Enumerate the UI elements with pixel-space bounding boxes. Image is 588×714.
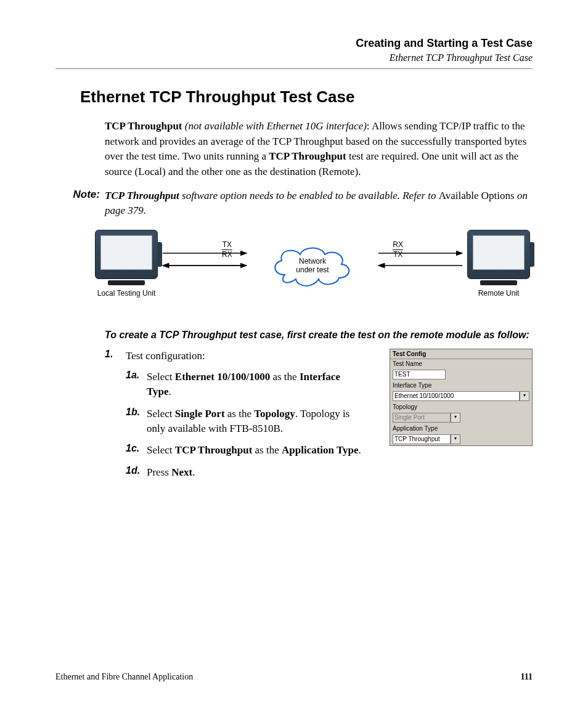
s1a-mid: as the [270,371,300,383]
application-type-select[interactable]: TCP Throughput [393,434,451,444]
step-1-num: 1. [105,349,126,363]
s1c-mid: as the [252,444,282,456]
s1b-b2: Topology [254,408,295,420]
step-1a-num: 1a. [126,370,147,399]
interface-type-label: Interface Type [390,381,532,390]
s1c-pre: Select [147,444,175,456]
footer-page-number: 111 [521,672,533,682]
rx-label-left: RX [222,251,232,259]
application-type-label: Application Type [390,424,532,433]
test-name-input[interactable]: TEST [393,370,446,379]
footer-doc-title: Ethernet and Fibre Channel Application [55,672,193,682]
s1c-b1: TCP Throughput [175,444,253,456]
cloud-line2: under test [296,266,329,274]
application-type-dropdown-icon[interactable]: ▾ [451,434,460,444]
s1b-pre: Select [147,408,175,420]
cloud-line1: Network [296,256,329,265]
interface-type-dropdown-icon[interactable]: ▾ [520,391,529,401]
step-1: 1. Test configuration: [105,349,377,363]
step-1c: 1c. Select TCP Throughput as the Applica… [126,443,377,458]
s1b-mid: as the [225,408,255,420]
step-1d-num: 1d. [126,465,147,480]
cloud-icon: Network under test [266,241,359,290]
link-left [161,246,248,273]
chapter-title: Creating and Starting a Test Case [55,37,533,50]
intro-paragraph: TCP Throughput (not available with Ether… [105,119,533,180]
remote-unit-label: Remote Unit [465,289,533,298]
page-footer: Ethernet and Fibre Channel Application 1… [55,672,533,682]
tx-label-left: TX [222,241,232,249]
s1d-post: . [192,466,195,478]
remote-unit-icon: Remote Unit [465,230,533,298]
intro-lead-italic: (not available with Ethernet 10G interfa… [182,120,367,132]
s1d-b1: Next [171,466,192,478]
local-unit-icon: Local Testing Unit [92,230,160,298]
note-bold-italic: TCP Throughput [105,190,179,201]
s1a-b1: Ethernet 10/100/1000 [175,371,270,383]
s1a-post: . [169,386,171,397]
s1c-post: . [359,444,361,456]
intro-mid-bold: TCP Throughput [269,150,346,162]
s1c-b2: Application Type [282,444,359,456]
interface-type-select[interactable]: Ethernet 10/100/1000 [393,391,520,401]
network-diagram: Local Testing Unit TX RX Netw [92,230,533,316]
topology-label: Topology [390,402,532,412]
header-rule [55,68,533,69]
section-subtitle: Ethernet TCP Throughput Test Case [55,52,533,63]
note-label: Note: [55,189,105,219]
link-right [377,246,463,273]
note-italic-1: software option needs to be enabled to b… [179,190,439,201]
step-1-text: Test configuration: [126,349,205,363]
test-name-label: Test Name [390,359,532,368]
s1d-pre: Press [147,466,171,478]
test-config-panel: Test Config Test Name TEST Interface Typ… [390,349,533,446]
step-1c-num: 1c. [126,443,147,458]
local-unit-label: Local Testing Unit [92,289,160,298]
topology-dropdown-icon[interactable]: ▾ [451,413,460,423]
s1b-b1: Single Port [175,408,225,420]
txrx-left: TX RX [222,241,232,259]
step-1d: 1d. Press Next. [126,465,377,480]
step-1a: 1a. Select Ethernet 10/100/1000 as the I… [126,370,360,399]
instructions-lead: To create a TCP Throughput test case, fi… [105,328,533,342]
intro-lead-bold: TCP Throughput [105,120,182,132]
note-plain: Available Options [439,190,515,201]
note-block: Note: TCP Throughput software option nee… [55,189,533,219]
topology-select[interactable]: Single Port [393,413,451,423]
page-title: Ethernet TCP Throughput Test Case [80,87,533,107]
config-header: Test Config [390,349,532,359]
step-1b-num: 1b. [126,407,147,436]
step-1b: 1b. Select Single Port as the Topology. … [126,407,360,436]
s1a-pre: Select [147,371,175,383]
